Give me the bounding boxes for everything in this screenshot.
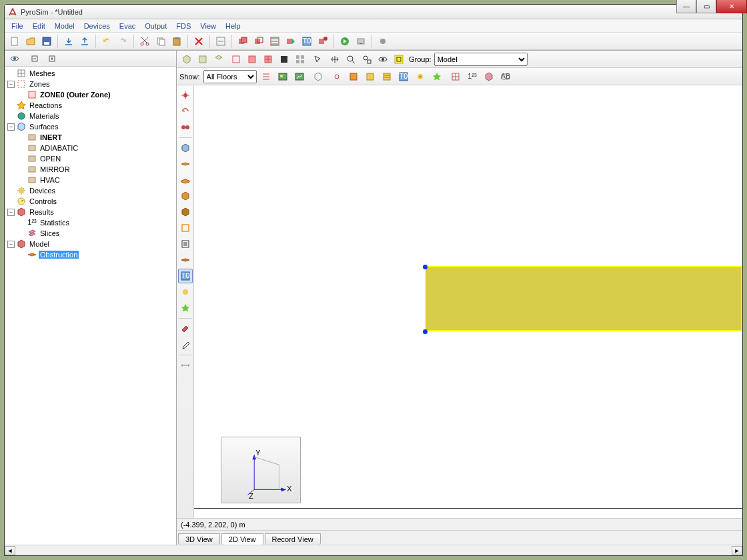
view-solid-button[interactable] (245, 52, 259, 67)
expand-all-button[interactable] (45, 51, 59, 66)
view-3d-button[interactable] (179, 52, 194, 67)
tree-item-meshes[interactable]: Meshes (5, 68, 176, 79)
select-tool-button[interactable] (310, 52, 325, 67)
slab-e-tool-button[interactable] (178, 221, 193, 235)
tree-item-devices[interactable]: Devices (5, 185, 176, 196)
wireframe-toggle-button[interactable] (311, 69, 325, 84)
delete-button[interactable] (191, 34, 206, 49)
layer-lines-button[interactable] (380, 69, 394, 84)
t0-button[interactable]: T0 (299, 34, 314, 49)
particle-button[interactable] (376, 34, 390, 49)
ab-button[interactable]: AB (498, 69, 513, 84)
eyedropper-tool-button[interactable] (178, 337, 193, 352)
menu-help[interactable]: Help (221, 21, 245, 31)
pan-tool-button[interactable] (327, 52, 342, 67)
star-tool-button[interactable] (178, 301, 193, 315)
tab-record-view[interactable]: Record View (265, 533, 321, 545)
cut-button[interactable] (137, 34, 152, 49)
move-tool-button[interactable] (178, 88, 193, 103)
view-dark-button[interactable] (277, 52, 291, 67)
tree-item-slices[interactable]: Slices (5, 228, 176, 239)
menu-devices[interactable]: Devices (80, 21, 114, 31)
box-tool-button[interactable] (178, 141, 193, 155)
link-button[interactable] (329, 69, 344, 84)
tree-item-adiabatic[interactable]: ADIABATIC (5, 143, 176, 153)
resize-handle-tl[interactable] (423, 265, 428, 269)
tab-2d-view[interactable]: 2D View (221, 533, 263, 545)
menu-output[interactable]: Output (141, 21, 171, 31)
tree-item-open[interactable]: OPEN (5, 153, 176, 164)
rotate-tool-button[interactable] (178, 104, 193, 119)
tree-item-hvac[interactable]: HVAC (5, 175, 176, 185)
group-a-button[interactable] (235, 34, 250, 49)
floor-filter-a-button[interactable] (259, 69, 273, 84)
undo-button[interactable] (99, 34, 114, 49)
group-select[interactable]: Model (434, 53, 528, 66)
label-123-button[interactable]: 1²³ (465, 69, 480, 84)
layer-gear-button[interactable] (413, 69, 428, 84)
mirror-tool-button[interactable] (178, 120, 193, 135)
menu-model[interactable]: Model (51, 21, 79, 31)
layer-t0-button[interactable]: T0 (396, 69, 411, 84)
group-b-button[interactable] (251, 34, 266, 49)
scroll-left-button[interactable]: ◄ (5, 546, 15, 555)
group-edit-button[interactable] (213, 34, 228, 49)
resize-handle-bl[interactable] (423, 329, 428, 334)
tree-item-controls[interactable]: Controls (5, 196, 176, 207)
tree-twisty[interactable]: − (7, 209, 15, 216)
tree-item-surfaces[interactable]: −Surfaces (5, 121, 176, 132)
tree-item-zones[interactable]: −Zones (5, 79, 176, 89)
tree-item-obstruction[interactable]: Obstruction (5, 249, 176, 260)
horizontal-scrollbar[interactable]: ◄ ► (5, 545, 742, 555)
floor-image-b-button[interactable] (292, 69, 307, 84)
navigator-tree[interactable]: Meshes−ZonesZONE0 (Outer Zone)ReactionsM… (5, 67, 176, 545)
run-button[interactable] (337, 34, 352, 49)
floors-select[interactable]: All Floors (203, 70, 257, 83)
group-c-button[interactable] (315, 34, 330, 49)
tree-item-reactions[interactable]: Reactions (5, 100, 176, 111)
close-button[interactable]: ✕ (716, 4, 743, 13)
tree-twisty[interactable]: − (7, 81, 15, 88)
maximize-button[interactable]: ▭ (696, 4, 716, 13)
obstruction-shape[interactable] (425, 266, 742, 331)
tree-item-materials[interactable]: Materials (5, 111, 176, 121)
scroll-right-button[interactable]: ► (732, 546, 742, 555)
measure-tool-button[interactable] (178, 358, 193, 373)
tree-item-mirror[interactable]: MIRROR (5, 164, 176, 175)
export-button[interactable] (77, 34, 92, 49)
new-button[interactable] (7, 34, 22, 49)
run-dropdown-button[interactable] (353, 34, 368, 49)
zoom-tool-button[interactable] (343, 52, 358, 67)
t0-tool-button[interactable]: T0 (178, 269, 193, 283)
menu-evac[interactable]: Evac (115, 21, 139, 31)
import-button[interactable] (61, 34, 76, 49)
slab-c-tool-button[interactable] (178, 189, 193, 203)
group-list-button[interactable] (267, 34, 282, 49)
axis-triad[interactable]: Y X Z (221, 437, 301, 503)
view-front-button[interactable] (195, 52, 210, 67)
save-button[interactable] (39, 34, 54, 49)
layer-orange-button[interactable] (346, 69, 361, 84)
group-props-button[interactable] (283, 34, 298, 49)
page-button[interactable] (482, 69, 496, 84)
tree-item-model[interactable]: −Model (5, 239, 176, 249)
redo-button[interactable] (115, 34, 130, 49)
floor-image-a-button[interactable] (275, 69, 290, 84)
tree-twisty[interactable]: − (7, 123, 15, 131)
zoom-box-button[interactable] (359, 52, 374, 67)
collapse-all-button[interactable] (27, 51, 42, 66)
slab-d-tool-button[interactable] (178, 205, 193, 219)
nav-display-button[interactable] (7, 51, 22, 66)
grid-button[interactable] (448, 69, 463, 84)
gear-tool-button[interactable] (178, 285, 193, 299)
tree-item-results[interactable]: −Results (5, 207, 176, 217)
tab-3d-view[interactable]: 3D View (178, 533, 220, 545)
menu-fds[interactable]: FDS (172, 21, 195, 31)
orbit-tool-button[interactable] (376, 52, 390, 67)
menu-edit[interactable]: Edit (29, 21, 49, 31)
view-side-button[interactable] (211, 52, 226, 67)
tree-twisty[interactable]: − (7, 241, 15, 248)
layer-yellow-button[interactable] (363, 69, 378, 84)
open-button[interactable] (23, 34, 38, 49)
view-multi-button[interactable] (293, 52, 307, 67)
